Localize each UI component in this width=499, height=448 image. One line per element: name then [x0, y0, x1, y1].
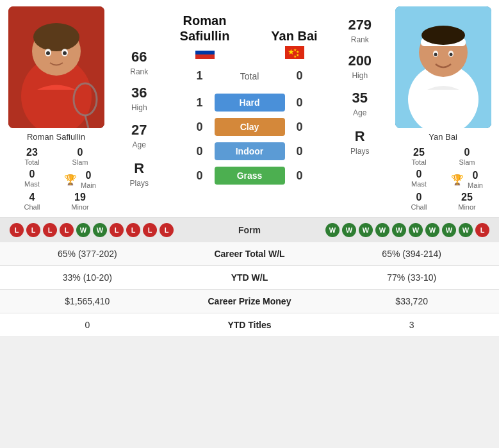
form-badge: W — [459, 223, 473, 237]
left-age-label: Age — [133, 140, 146, 149]
left-main-stat: 0 Main — [81, 170, 96, 189]
right-total-label: Total — [398, 158, 440, 166]
form-badge: L — [43, 223, 57, 237]
left-high-label: High — [131, 103, 147, 112]
left-mast-stat: 0 Mast — [12, 169, 53, 189]
right-player-name: Yan Bai — [429, 132, 457, 142]
grass-button[interactable]: Grass — [215, 167, 285, 185]
right-minor-stat: 25 Minor — [446, 192, 488, 211]
form-badge: W — [392, 223, 406, 237]
left-minor-stat: 19 Minor — [60, 192, 101, 211]
right-rank-value: 279 — [348, 17, 372, 33]
stats-row: 65% (377-202) Career Total W/L 65% (394-… — [0, 242, 499, 266]
left-form-badges: LLLLWWLLLL — [10, 223, 211, 237]
indoor-button[interactable]: Indoor — [215, 142, 285, 160]
form-badge: L — [10, 223, 24, 237]
right-total-value: 25 — [398, 147, 440, 158]
right-player-stats: 25 Total 0 Slam 0 Mast 🏆 0 Main — [398, 147, 488, 211]
right-minor-label: Minor — [446, 203, 488, 211]
right-trophy-icon: 🏆 — [451, 174, 464, 186]
total-score-right: 0 — [290, 69, 309, 83]
svg-text:★: ★ — [293, 54, 297, 58]
right-player-photo — [395, 6, 491, 128]
surface-row-grass: 0 Grass 0 — [167, 167, 333, 185]
left-mast-value: 0 — [12, 169, 53, 180]
indoor-score-left: 0 — [190, 145, 209, 158]
form-badge: L — [143, 223, 157, 237]
form-badge: W — [342, 223, 356, 237]
svg-point-24 — [421, 26, 465, 45]
form-section: LLLLWWLLLL Form WWWWWWWWWL — [0, 217, 499, 242]
indoor-score-right: 0 — [290, 145, 309, 158]
right-form-badges: WWWWWWWWWL — [288, 223, 490, 237]
left-total-value: 23 — [12, 147, 53, 158]
form-badge: W — [359, 223, 373, 237]
stats-table: 65% (377-202) Career Total W/L 65% (394-… — [0, 242, 499, 337]
left-rank-value: 66 — [130, 49, 148, 65]
left-chall-value: 4 — [12, 192, 53, 203]
left-player-name: Roman Safiullin — [27, 132, 85, 142]
left-chall-stat: 4 Chall — [12, 192, 53, 211]
total-score-left: 1 — [190, 69, 209, 83]
right-mast-stat: 0 Mast — [398, 169, 440, 189]
svg-point-3 — [33, 23, 79, 51]
stat-center-label: YTD W/L — [175, 266, 325, 290]
clay-button[interactable]: Clay — [215, 118, 285, 136]
middle-match-section: Roman Safiullin Yan Bai — [167, 6, 333, 211]
total-label: Total — [215, 71, 285, 81]
left-age-value: 27 — [131, 122, 147, 138]
left-slam-label: Slam — [60, 158, 101, 166]
svg-rect-12 — [195, 54, 215, 59]
form-label: Form — [211, 225, 288, 235]
left-minor-label: Minor — [60, 203, 101, 211]
right-high-value: 200 — [348, 53, 372, 69]
left-total-stat: 23 Total — [12, 147, 53, 166]
right-plays-label: Plays — [350, 147, 369, 156]
left-age-block: 27 Age — [131, 122, 147, 150]
hard-button[interactable]: Hard — [215, 94, 285, 112]
right-main-stat: 0 Main — [468, 170, 483, 189]
stats-row: 0 YTD Titles 3 — [0, 313, 499, 337]
hard-score-left: 1 — [190, 96, 209, 110]
left-slam-value: 0 — [60, 147, 101, 158]
left-minor-value: 19 — [60, 192, 101, 203]
stat-right-value: 3 — [324, 313, 499, 337]
right-age-label: Age — [353, 108, 366, 117]
right-chall-stat: 0 Chall — [398, 192, 440, 211]
form-badge: W — [76, 223, 90, 237]
stat-left-value: 65% (377-202) — [0, 242, 175, 266]
left-plays-value: R — [130, 160, 149, 177]
left-plays-block: R Plays — [130, 160, 149, 188]
right-rank-block: 279 Rank — [348, 17, 372, 45]
right-chall-label: Chall — [398, 203, 440, 211]
svg-rect-11 — [195, 51, 215, 54]
right-mast-value: 0 — [398, 169, 440, 180]
right-high-block: 200 High — [348, 53, 372, 81]
form-badge: L — [126, 223, 140, 237]
clay-score-left: 0 — [190, 120, 209, 134]
stat-right-value: 77% (33-10) — [324, 266, 499, 290]
right-player-card: Yan Bai 25 Total 0 Slam 0 Mast 🏆 0 — [387, 6, 499, 211]
left-player-photo — [8, 6, 104, 128]
stat-left-value: $1,565,410 — [0, 290, 175, 313]
left-rank-block: 66 Rank — [130, 49, 148, 77]
left-player-name-header: Roman Safiullin — [167, 13, 243, 44]
stat-center-label: YTD Titles — [175, 313, 325, 337]
svg-point-28 — [449, 53, 452, 56]
left-player-stats: 23 Total 0 Slam 0 Mast 🏆 0 Main — [12, 147, 101, 211]
left-chall-label: Chall — [12, 203, 53, 211]
svg-point-6 — [46, 51, 50, 55]
form-badge: W — [425, 223, 439, 237]
right-main-label: Main — [468, 181, 483, 189]
svg-rect-10 — [195, 46, 215, 51]
left-main-value: 0 — [81, 170, 96, 181]
right-slam-value: 0 — [446, 147, 488, 158]
svg-point-27 — [434, 53, 437, 56]
grass-score-right: 0 — [290, 169, 309, 183]
left-player-card: Roman Safiullin 23 Total 0 Slam 0 Mast 🏆 — [0, 6, 112, 211]
form-badge: L — [110, 223, 124, 237]
left-slam-stat: 0 Slam — [60, 147, 101, 166]
right-high-label: High — [352, 71, 368, 80]
left-mast-label: Mast — [12, 180, 53, 188]
left-center-info: 66 Rank 36 High 27 Age R Plays — [112, 6, 167, 211]
